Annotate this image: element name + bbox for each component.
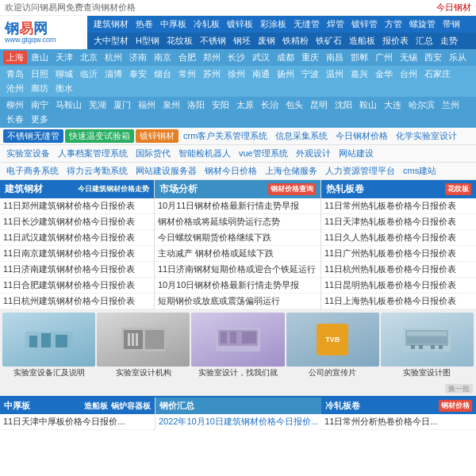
link-wangzhan-fuwuqi[interactable]: 网站建设服务器 xyxy=(132,164,200,178)
city-cangzhou[interactable]: 沧州 xyxy=(3,82,27,95)
link-dianzishangwu[interactable]: 电子商务系统 xyxy=(3,164,62,178)
news-link[interactable]: 11日杭州热轧板卷价格今日报价表 xyxy=(324,263,473,275)
city-changchun[interactable]: 长春 xyxy=(3,113,27,126)
city-guangzhou[interactable]: 广州 xyxy=(372,51,396,64)
nav-gangpi[interactable]: 钢坯 xyxy=(230,34,254,48)
news-link[interactable]: 11日上海热轧板卷价格今日报价表 xyxy=(324,295,473,307)
link-renshi[interactable]: 人事档案管理系统 xyxy=(55,147,131,160)
city-nanjing[interactable]: 南京 xyxy=(151,51,175,64)
city-liaocheng[interactable]: 聊城 xyxy=(52,67,76,81)
gallery-item-1[interactable]: 实验室设备汇及说明 xyxy=(2,313,96,379)
city-haerbin[interactable]: 哈尔滨 xyxy=(405,98,438,112)
nav-huizong[interactable]: 汇总 xyxy=(413,34,436,48)
nav-rejuan[interactable]: 热卷 xyxy=(132,17,156,31)
news-link[interactable]: 11日广州热轧板卷价格今日报价表 xyxy=(324,248,473,259)
nav-daigan[interactable]: 带钢 xyxy=(440,17,463,31)
link-crm[interactable]: crm客户关系管理系统 xyxy=(180,129,271,143)
city-rizhao[interactable]: 日照 xyxy=(28,67,52,81)
city-anshan[interactable]: 鞍山 xyxy=(356,98,380,112)
city-taizhou[interactable]: 台州 xyxy=(397,67,420,81)
zhonghou-link-zaochuan[interactable]: 造船板 xyxy=(84,401,108,412)
nav-tiekuang[interactable]: 铁矿石 xyxy=(313,34,345,48)
today-steel-link[interactable]: 今日钢材 xyxy=(436,2,471,13)
nav-zoushi[interactable]: 走势 xyxy=(437,34,461,48)
news-link[interactable]: 11日杭州建筑钢材价格今日报价表 xyxy=(3,295,151,307)
city-xuzhou[interactable]: 徐州 xyxy=(225,67,248,81)
nav-buxiu[interactable]: 不锈钢 xyxy=(197,34,229,48)
city-jinhua[interactable]: 金华 xyxy=(372,67,396,81)
city-sjz[interactable]: 石家庄 xyxy=(421,67,454,81)
nav-fangguan[interactable]: 方管 xyxy=(382,17,405,31)
gallery-item-3[interactable]: 实验室设计，找我们就 xyxy=(190,313,285,379)
city-wenzhou[interactable]: 温州 xyxy=(323,67,347,81)
huizong-link[interactable]: 2022年10月10日建筑钢材价格今日报价... xyxy=(159,416,318,426)
nav-tiejingfen[interactable]: 铁精粉 xyxy=(279,34,312,48)
nav-duzin[interactable]: 镀锌板 xyxy=(224,17,256,31)
city-jinan[interactable]: 济南 xyxy=(126,51,150,64)
nav-lengzha[interactable]: 冷轧板 xyxy=(190,17,223,31)
city-dalian[interactable]: 大连 xyxy=(381,98,405,112)
nav-zaochuan[interactable]: 造船板 xyxy=(346,34,378,48)
news-link[interactable]: 主动减产 钢材价格或延续下跌 xyxy=(158,248,317,259)
city-ningbo[interactable]: 宁波 xyxy=(298,67,322,81)
city-beijing[interactable]: 北京 xyxy=(77,51,101,64)
city-fuzhou[interactable]: 福州 xyxy=(135,98,159,112)
city-quanzhou[interactable]: 泉州 xyxy=(159,98,183,112)
news-link[interactable]: 11日天津中厚板价格今日报价... xyxy=(3,416,152,428)
link-lab-equip[interactable]: 实验室设备 xyxy=(3,147,53,160)
link-waiguan[interactable]: 外观设计 xyxy=(293,147,334,160)
link-guoji[interactable]: 国际货代 xyxy=(132,147,174,160)
city-liuzhou[interactable]: 柳州 xyxy=(3,98,27,112)
news-link[interactable]: 今日螺纹钢期货价格继续下跌 xyxy=(158,232,317,244)
city-lanzhou[interactable]: 兰州 xyxy=(439,98,463,112)
news-link[interactable]: 11日久人热轧板卷价格今日报价表 xyxy=(324,232,473,244)
news-link[interactable]: 11日济南钢材短期价格或迎合个铁延运行 xyxy=(158,263,317,275)
gallery-item-5[interactable]: 实验室设计图 xyxy=(380,313,474,379)
city-maanshan[interactable]: 马鞍山 xyxy=(52,98,85,112)
news-link[interactable]: 11日武汉建筑钢材价格今日报价表 xyxy=(3,232,151,244)
link-kuaisu[interactable]: 快速温变试验箱 xyxy=(65,129,134,143)
city-nantong[interactable]: 南通 xyxy=(249,67,273,81)
link-vue[interactable]: vue管理系统 xyxy=(236,147,291,160)
nav-hanjian[interactable]: 焊管 xyxy=(324,17,347,31)
city-xian[interactable]: 西安 xyxy=(421,51,445,64)
city-more[interactable]: 更多 xyxy=(28,113,52,126)
news-link[interactable]: 11日天津热轧板卷价格今日报价表 xyxy=(324,216,473,228)
city-wuxi[interactable]: 无锡 xyxy=(397,51,420,64)
city-linyi[interactable]: 临沂 xyxy=(77,67,101,81)
city-changzhou[interactable]: 常州 xyxy=(175,67,199,81)
city-yangzhou[interactable]: 扬州 xyxy=(274,67,298,81)
news-link[interactable]: 11日郑州建筑钢材价格今日报价表 xyxy=(3,200,151,212)
city-wuhu[interactable]: 芜湖 xyxy=(86,98,109,112)
nav-zhonghou[interactable]: 中厚板 xyxy=(157,17,190,31)
nav-hxing[interactable]: H型钢 xyxy=(132,34,163,48)
nav-jianzhu[interactable]: 建筑钢材 xyxy=(90,17,132,31)
city-tangshan[interactable]: 唐山 xyxy=(28,51,52,64)
link-steel-today[interactable]: 钢材今日价格 xyxy=(202,164,260,178)
city-shenyang[interactable]: 沈阳 xyxy=(332,98,355,112)
city-handan[interactable]: 邯郸 xyxy=(347,51,371,64)
nav-dazx[interactable]: 大中型材 xyxy=(90,34,132,48)
news-link[interactable]: 11日常州热轧板卷价格今日报价表 xyxy=(324,200,473,212)
nav-luoxuan[interactable]: 螺旋管 xyxy=(406,17,439,31)
city-chengdu[interactable]: 成都 xyxy=(274,51,298,64)
city-langfang[interactable]: 廊坊 xyxy=(28,82,52,95)
city-zibo[interactable]: 淄博 xyxy=(102,67,125,81)
city-changzhi[interactable]: 长治 xyxy=(258,98,282,112)
city-luoyang[interactable]: 洛阳 xyxy=(184,98,208,112)
nav-huawen[interactable]: 花纹板 xyxy=(163,34,196,48)
link-renli[interactable]: 人力资源管理平台 xyxy=(322,164,398,178)
link-wangzhan-jianshe[interactable]: 网站建设 xyxy=(336,147,377,160)
news-link[interactable]: 11日济南建筑钢材价格今日报价表 xyxy=(3,263,151,275)
city-lecong[interactable]: 乐从 xyxy=(446,51,470,64)
city-kunming[interactable]: 昆明 xyxy=(307,98,331,112)
link-xinxi[interactable]: 信息采集系统 xyxy=(272,129,331,143)
link-duzin-steel[interactable]: 镀锌钢材 xyxy=(136,129,178,143)
news-link[interactable]: 11日昆明热轧板卷价格今日报价表 xyxy=(324,279,473,291)
nav-wufeng[interactable]: 无缝管 xyxy=(290,17,323,31)
city-yantai[interactable]: 烟台 xyxy=(151,67,175,81)
link-jintri-steel[interactable]: 今日钢材价格 xyxy=(332,129,391,143)
nav-feigang[interactable]: 废钢 xyxy=(255,34,278,48)
news-link[interactable]: 10月11日钢材价格最新行情走势早报 xyxy=(158,200,317,212)
city-baotou[interactable]: 包头 xyxy=(282,98,306,112)
